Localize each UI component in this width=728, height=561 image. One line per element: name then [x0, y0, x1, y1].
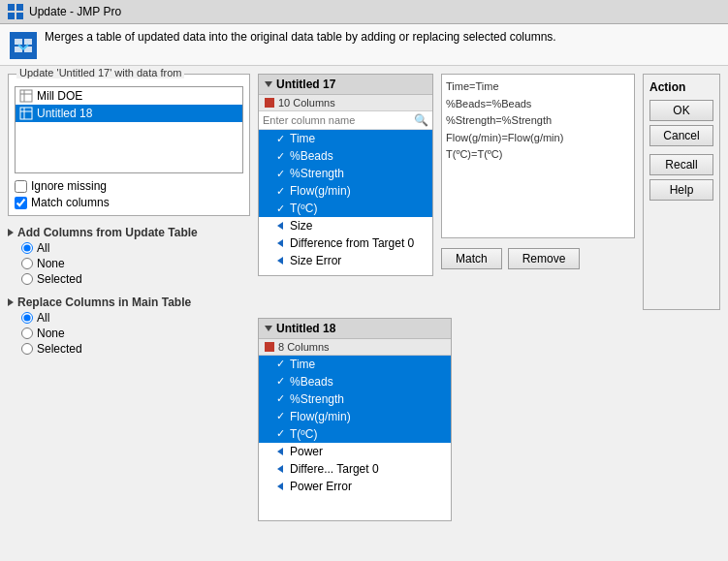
- info-text: Merges a table of updated data into the …: [45, 30, 556, 44]
- col-flow-top-label: Flow(g/min): [290, 184, 351, 198]
- replace-columns-radio-group: All None Selected: [8, 311, 250, 356]
- col-size-top[interactable]: Size: [259, 217, 432, 234]
- top-table-panel: Untitled 17 10 Columns 🔍: [258, 74, 433, 310]
- add-selected-row: Selected: [21, 272, 250, 286]
- col-check-icon-b3: ✓: [274, 411, 286, 422]
- col-strength-bot-label: %Strength: [290, 392, 344, 406]
- update-group-box: Update 'Untitled 17' with data from Mill…: [8, 74, 250, 216]
- col-check-icon4: ✓: [274, 185, 286, 197]
- source-table-mill-doe-label: Mill DOE: [37, 89, 82, 103]
- untitled18-columns-sub: 8 Columns: [259, 339, 451, 356]
- replace-all-radio[interactable]: [21, 312, 33, 324]
- col-flow-top[interactable]: ✓ Flow(g/min): [259, 182, 432, 200]
- col-check-icon-b4: ✓: [274, 428, 286, 440]
- match-item-2: %Strength=%Strength: [446, 112, 630, 130]
- col-check-icon2: ✓: [274, 150, 286, 162]
- col-tri-icon-b7: [274, 481, 286, 492]
- replace-selected-radio[interactable]: [21, 343, 33, 355]
- col-diff-bot[interactable]: Differe... Target 0: [259, 460, 451, 478]
- col-beads-bot[interactable]: ✓ %Beads: [259, 373, 451, 390]
- untitled17-search-input[interactable]: [263, 114, 412, 126]
- untitled17-column-list[interactable]: ✓ Time ✓ %Beads ✓ %Strength: [259, 130, 432, 275]
- replace-selected-label: Selected: [37, 342, 82, 356]
- add-columns-label: Add Columns from Update Table: [17, 226, 198, 239]
- col-check-icon-b2: ✓: [274, 393, 286, 405]
- red-square-icon2: [265, 342, 274, 352]
- col-tri-icon: [274, 220, 286, 232]
- add-none-radio[interactable]: [21, 258, 33, 269]
- col-beads-top[interactable]: ✓ %Beads: [259, 147, 432, 165]
- title-bar: Update - JMP Pro: [0, 0, 728, 24]
- col-check-icon-b1: ✓: [274, 376, 286, 388]
- action-panel: Action OK Cancel Recall Help: [643, 74, 720, 310]
- match-item-4: T(ºC)=T(ºC): [446, 146, 630, 164]
- remove-button[interactable]: Remove: [508, 248, 581, 269]
- untitled17-search-row[interactable]: 🔍: [259, 111, 432, 130]
- col-time-bot[interactable]: ✓ Time: [259, 356, 451, 373]
- add-all-radio[interactable]: [21, 242, 33, 254]
- match-columns-label: Match columns: [31, 196, 110, 209]
- col-flow-bot-label: Flow(g/min): [290, 410, 351, 423]
- match-columns-row: Match columns: [15, 196, 243, 209]
- untitled18-panel: Untitled 18 8 Columns ✓ Time ✓ %Bead: [258, 318, 452, 521]
- untitled18-title: Untitled 18: [276, 322, 335, 335]
- col-tri-icon3: [274, 255, 286, 266]
- add-selected-radio[interactable]: [21, 273, 33, 285]
- col-time-top[interactable]: ✓ Time: [259, 130, 432, 147]
- match-panel: Time=Time %Beads=%Beads %Strength=%Stren…: [441, 74, 635, 310]
- ignore-missing-checkbox[interactable]: [15, 180, 27, 193]
- help-button[interactable]: Help: [649, 179, 713, 201]
- col-temp-bot-label: T(ºC): [290, 427, 317, 441]
- source-table-untitled18-label: Untitled 18: [37, 107, 92, 120]
- col-time-bot-label: Time: [290, 358, 315, 371]
- top-section: Untitled 17 10 Columns 🔍: [258, 74, 720, 310]
- svg-rect-4: [15, 39, 22, 45]
- col-tri-icon-b6: [274, 463, 286, 475]
- source-table-untitled18[interactable]: Untitled 18: [16, 105, 242, 122]
- col-diff-bot-label: Differe... Target 0: [290, 462, 379, 476]
- col-diff-top[interactable]: Difference from Target 0: [259, 234, 432, 252]
- replace-none-radio[interactable]: [21, 327, 33, 339]
- source-table-list[interactable]: Mill DOE Untitled 18: [15, 86, 243, 173]
- col-strength-top[interactable]: ✓ %Strength: [259, 165, 432, 182]
- title-bar-text: Update - JMP Pro: [29, 5, 121, 18]
- source-table-mill-doe[interactable]: Mill DOE: [16, 87, 242, 105]
- col-power-bot[interactable]: Power: [259, 443, 451, 460]
- col-power-bot-label: Power: [290, 445, 323, 458]
- svg-rect-2: [8, 13, 15, 19]
- recall-button[interactable]: Recall: [649, 154, 713, 175]
- red-square-icon: [265, 98, 274, 108]
- info-bar: Merges a table of updated data into the …: [0, 24, 728, 66]
- col-powerr-bot[interactable]: Power Error: [259, 478, 451, 495]
- match-button[interactable]: Match: [441, 248, 502, 269]
- add-columns-section: Add Columns from Update Table All None S…: [8, 222, 250, 286]
- col-temp-bot[interactable]: ✓ T(ºC): [259, 425, 451, 443]
- col-strength-bot[interactable]: ✓ %Strength: [259, 390, 451, 408]
- col-diff-top-label: Difference from Target 0: [290, 236, 414, 250]
- untitled17-col-count: 10 Columns: [278, 97, 335, 109]
- checkboxes-group: Ignore missing Match columns: [15, 179, 243, 209]
- untitled17-columns-sub: 10 Columns: [259, 95, 432, 111]
- col-tri-icon-b5: [274, 446, 286, 457]
- replace-columns-triangle-icon: [8, 298, 14, 306]
- svg-rect-1: [16, 4, 23, 11]
- untitled18-column-list[interactable]: ✓ Time ✓ %Beads ✓ %Strength ✓: [259, 356, 451, 520]
- col-sizeerr-top-label: Size Error: [290, 254, 341, 267]
- untitled18-col-count: 8 Columns: [278, 341, 330, 353]
- add-columns-radio-group: All None Selected: [8, 241, 250, 286]
- match-list-box: Time=Time %Beads=%Beads %Strength=%Stren…: [441, 74, 635, 238]
- replace-selected-row: Selected: [21, 342, 250, 356]
- col-sizeerr-top[interactable]: Size Error: [259, 252, 432, 269]
- replace-none-row: None: [21, 327, 250, 340]
- col-check-icon3: ✓: [274, 168, 286, 179]
- col-temp-top[interactable]: ✓ T(ºC): [259, 200, 432, 217]
- untitled18-header: Untitled 18: [259, 319, 451, 339]
- match-columns-checkbox[interactable]: [15, 197, 27, 209]
- cancel-button[interactable]: Cancel: [649, 125, 713, 146]
- search-icon: 🔍: [414, 113, 428, 127]
- add-selected-label: Selected: [37, 272, 82, 286]
- ok-button[interactable]: OK: [649, 100, 713, 121]
- col-flow-bot[interactable]: ✓ Flow(g/min): [259, 408, 451, 425]
- action-title: Action: [649, 80, 713, 94]
- col-temp-top-label: T(ºC): [290, 202, 317, 215]
